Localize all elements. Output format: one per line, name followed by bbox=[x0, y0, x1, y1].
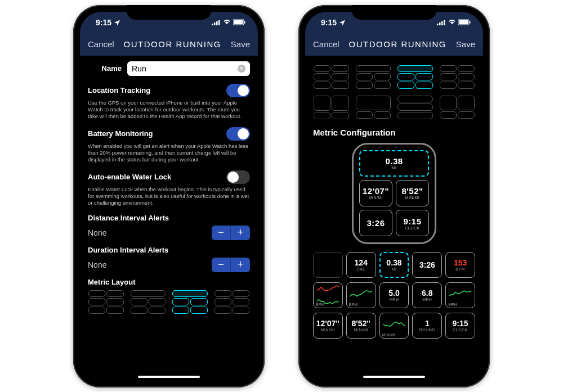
minus-button[interactable]: − bbox=[212, 258, 231, 272]
nav-bar: Cancel OUTDOOR RUNNING Save bbox=[305, 33, 483, 56]
status-time: 9:15 bbox=[321, 18, 337, 27]
waterlock-toggle[interactable] bbox=[226, 170, 250, 184]
notch bbox=[352, 5, 436, 20]
status-icons bbox=[437, 19, 471, 25]
wifi-icon bbox=[223, 20, 231, 25]
metric-tile[interactable]: 8'52"MIN/MI bbox=[346, 313, 376, 339]
layout-option-3-selected[interactable] bbox=[397, 65, 434, 89]
metric-row-2: BPMBPM5.0MPH6.8MPHMPH bbox=[313, 282, 475, 308]
svg-rect-13 bbox=[470, 21, 471, 24]
layout-option-3-selected[interactable] bbox=[172, 290, 208, 314]
svg-rect-3 bbox=[218, 20, 220, 25]
svg-rect-6 bbox=[244, 21, 245, 24]
location-tracking-desc: Use the GPS on your connected iPhone or … bbox=[88, 100, 250, 120]
layout-option-1[interactable] bbox=[88, 290, 124, 314]
layout-option-4[interactable] bbox=[439, 65, 476, 89]
screen-right: 9:15 Cancel OUTDOOR RUNNING Save bbox=[305, 12, 483, 381]
home-indicator[interactable] bbox=[138, 376, 200, 378]
home-indicator[interactable] bbox=[363, 376, 425, 378]
layout-grid bbox=[313, 65, 475, 120]
name-label: Name bbox=[88, 64, 122, 73]
layout-option-6[interactable] bbox=[355, 95, 392, 120]
battery-icon bbox=[458, 19, 471, 25]
status-icons bbox=[212, 19, 245, 25]
plus-button[interactable]: + bbox=[231, 226, 250, 240]
metric-tile[interactable]: MPH bbox=[445, 282, 475, 308]
distance-interval-title: Distance Interval Alerts bbox=[88, 214, 250, 222]
content-right[interactable]: Metric Configuration 0.38MI 12'07"MIN/MI… bbox=[305, 56, 483, 381]
layout-option-1[interactable] bbox=[313, 65, 350, 89]
minus-button[interactable]: − bbox=[212, 226, 231, 240]
layout-option-4[interactable] bbox=[214, 290, 251, 314]
watch-metric-b[interactable]: 8'52"MIN/MI bbox=[396, 180, 429, 206]
signal-icon bbox=[212, 20, 221, 25]
metric-tile[interactable]: 3:26 bbox=[412, 252, 442, 278]
phone-left: 9:15 Cancel OUTDOOR RUNNING Save Name Ru… bbox=[73, 5, 265, 388]
metric-tile[interactable]: 5.0MPH bbox=[379, 282, 409, 308]
watch-metric-d[interactable]: 9:15CLOCK bbox=[396, 210, 429, 236]
metric-tile[interactable]: BPM bbox=[346, 282, 376, 308]
svg-rect-2 bbox=[216, 21, 218, 25]
watch-metric-top[interactable]: 0.38MI bbox=[359, 150, 429, 177]
content-left[interactable]: Name Run ✕ Location Tracking Use the GPS… bbox=[80, 56, 258, 381]
duration-interval-title: Duration Interval Alerts bbox=[88, 246, 250, 254]
metric-tile[interactable]: 1ROUND bbox=[412, 313, 442, 339]
svg-rect-12 bbox=[459, 20, 468, 25]
screen-left: 9:15 Cancel OUTDOOR RUNNING Save Name Ru… bbox=[80, 12, 258, 381]
layout-option-2[interactable] bbox=[355, 65, 392, 89]
location-icon bbox=[114, 19, 120, 26]
location-tracking-toggle[interactable] bbox=[226, 84, 250, 97]
layout-option-7[interactable] bbox=[397, 95, 434, 120]
cancel-button[interactable]: Cancel bbox=[313, 39, 339, 49]
layout-grid bbox=[88, 290, 250, 314]
phone-right: 9:15 Cancel OUTDOOR RUNNING Save bbox=[298, 5, 490, 388]
distance-interval-value: None bbox=[88, 228, 106, 237]
location-icon bbox=[339, 19, 346, 26]
nav-bar: Cancel OUTDOOR RUNNING Save bbox=[80, 33, 258, 56]
svg-rect-1 bbox=[214, 22, 216, 25]
svg-rect-0 bbox=[212, 24, 213, 25]
metric-layout-title: Metric Layout bbox=[88, 278, 250, 286]
name-value: Run bbox=[132, 64, 146, 73]
location-tracking-title: Location Tracking bbox=[88, 86, 150, 94]
svg-rect-9 bbox=[441, 21, 443, 25]
save-button[interactable]: Save bbox=[231, 39, 250, 49]
metric-row-3: 12'07"MIN/MI8'52"MIN/MIMIN/MI1ROUND9:15C… bbox=[313, 313, 475, 339]
metric-tile[interactable]: 124CAL bbox=[346, 252, 376, 278]
metric-tile[interactable]: 0.38MI bbox=[379, 252, 409, 278]
battery-monitoring-toggle[interactable] bbox=[226, 127, 250, 141]
nav-title: OUTDOOR RUNNING bbox=[349, 39, 446, 49]
watch-preview: 0.38MI 12'07"MIN/MI 8'52"MIN/MI 3:26 9:1… bbox=[352, 143, 436, 244]
metric-tile[interactable]: 12'07"MIN/MI bbox=[313, 313, 343, 339]
layout-option-2[interactable] bbox=[130, 290, 167, 314]
battery-icon bbox=[233, 19, 245, 25]
distance-stepper[interactable]: −+ bbox=[212, 226, 250, 240]
svg-rect-10 bbox=[444, 20, 445, 25]
layout-option-8[interactable] bbox=[439, 95, 476, 120]
metric-config-title: Metric Configuration bbox=[313, 128, 475, 137]
metric-tile[interactable]: 153BPM bbox=[445, 252, 475, 278]
notch bbox=[127, 5, 211, 20]
watch-metric-a[interactable]: 12'07"MIN/MI bbox=[359, 180, 392, 206]
clear-icon[interactable]: ✕ bbox=[238, 65, 245, 73]
layout-option-5[interactable] bbox=[313, 95, 350, 120]
svg-rect-7 bbox=[437, 24, 439, 25]
plus-button[interactable]: + bbox=[231, 258, 250, 272]
duration-stepper[interactable]: −+ bbox=[212, 258, 250, 272]
battery-monitoring-title: Battery Monitoring bbox=[88, 129, 153, 138]
watch-metric-c[interactable]: 3:26 bbox=[359, 210, 392, 236]
status-time: 9:15 bbox=[96, 18, 111, 27]
save-button[interactable]: Save bbox=[456, 39, 475, 49]
duration-interval-value: None bbox=[88, 260, 106, 269]
metric-tile[interactable]: BPM bbox=[313, 282, 343, 308]
metric-tile[interactable] bbox=[313, 252, 343, 278]
cancel-button[interactable]: Cancel bbox=[88, 39, 114, 49]
wifi-icon bbox=[448, 20, 456, 25]
signal-icon bbox=[437, 20, 446, 25]
metric-tile[interactable]: 9:15CLOCK bbox=[445, 313, 475, 339]
battery-monitoring-desc: When enabled you will get an alert when … bbox=[88, 143, 250, 164]
metric-tile[interactable]: MIN/MI bbox=[379, 313, 409, 339]
waterlock-title: Auto-enable Water Lock bbox=[88, 173, 171, 181]
metric-tile[interactable]: 6.8MPH bbox=[412, 282, 442, 308]
name-input[interactable]: Run ✕ bbox=[127, 61, 250, 76]
